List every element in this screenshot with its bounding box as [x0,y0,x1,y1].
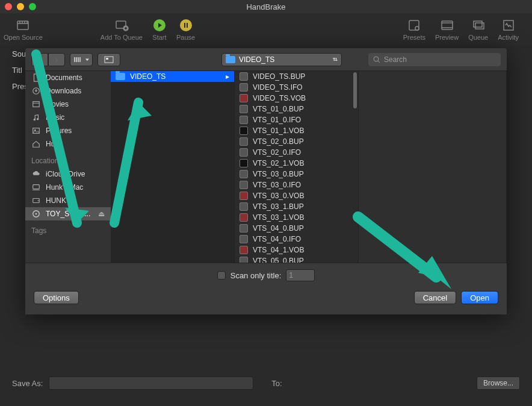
scrollbar[interactable] [353,72,357,108]
svg-point-17 [37,118,39,120]
file-icon [240,192,248,200]
search-icon [373,56,380,63]
file-item[interactable]: VTS_03_1.VOB [235,212,358,223]
sidebar-item[interactable]: Downloads [25,84,111,98]
queue-button[interactable]: Queue [468,18,488,41]
sidebar-item[interactable]: Hunk [25,137,111,151]
cancel-button[interactable]: Cancel [414,291,456,304]
svg-rect-12 [106,58,108,60]
chevron-right-icon: ▸ [226,72,229,81]
start-button[interactable]: Start [152,18,167,41]
file-icon [240,105,248,113]
pause-icon [179,18,193,33]
svg-point-6 [415,27,419,30]
file-icon [240,202,248,211]
file-item[interactable]: VIDEO_TS.VOB [235,93,358,104]
sidebar-icon [31,126,41,135]
pause-button[interactable]: Pause [176,18,195,41]
activity-button[interactable]: Activity [498,18,519,41]
col1-item-selected[interactable]: VIDEO_TS ▸ [111,71,234,82]
file-item[interactable]: VTS_02_0.IFO [235,147,358,158]
to-label: To: [271,379,282,388]
sidebar-icon [31,87,41,95]
scan-only-checkbox[interactable] [217,271,226,280]
presets-button[interactable]: Presets [403,18,425,41]
sidebar-item[interactable]: Pictures [25,124,111,137]
forward-button[interactable]: › [48,53,65,66]
column-2: VIDEO_TS.BUPVIDEO_TS.IFOVIDEO_TS.VOBVTS_… [235,71,359,263]
dialog-toolbar: ‹ › ▾ VIDEO_TS ⇅ Search [25,48,507,70]
file-item[interactable]: VIDEO_TS.BUP [235,71,358,82]
saveas-field[interactable] [49,376,253,390]
queue-add-icon [114,18,129,33]
file-icon [240,257,248,263]
file-item[interactable]: VTS_03_0.BUP [235,169,358,180]
file-icon [240,224,248,233]
eject-icon[interactable]: ⏏ [98,210,105,218]
preview-icon [440,18,454,33]
file-item[interactable]: VTS_05_0.BUP [235,255,358,263]
svg-rect-18 [33,128,40,134]
group-button[interactable] [97,53,120,66]
main-toolbar: Open Source Add To Queue Start Pause Pre… [0,13,532,46]
open-button[interactable]: Open [461,291,498,304]
sidebar-icon [31,100,41,108]
sidebar-item-location[interactable]: HUNK [25,194,111,207]
chevron-updown-icon: ⇅ [332,57,338,62]
file-item[interactable]: VTS_01_0.BUP [235,104,358,114]
svg-rect-10 [504,20,513,30]
file-item[interactable]: VTS_03_1.BUP [235,201,358,212]
activity-icon [501,18,516,33]
file-item[interactable]: VTS_03_0.VOB [235,190,358,201]
file-item[interactable]: VTS_01_1.VOB [235,125,358,136]
browse-button[interactable]: Browse... [477,376,520,390]
sidebar-item-location[interactable]: iCloud Drive [25,167,111,181]
file-icon [240,181,248,189]
file-item[interactable]: VTS_02_1.VOB [235,158,358,169]
sidebar: DocumentsDownloadsMoviesMusicPicturesHun… [25,71,111,263]
dialog-bottom: Scan only title: Options Cancel Open [25,263,507,314]
open-dialog: ‹ › ▾ VIDEO_TS ⇅ Search DocumentsDownloa… [25,48,507,314]
sidebar-icon [31,73,41,82]
sidebar-item[interactable]: Movies [25,98,111,111]
path-selector[interactable]: VIDEO_TS ⇅ [221,53,342,66]
file-item[interactable]: VIDEO_TS.IFO [235,82,358,93]
file-icon [240,94,248,102]
sidebar-item-selected[interactable]: TOY_STOR... ⏏ [25,207,111,220]
open-source-button[interactable]: Open Source [4,18,43,41]
scan-only-field[interactable] [286,269,315,281]
view-mode-button[interactable]: ▾ [70,53,93,66]
sidebar-item[interactable]: Music [25,111,111,124]
svg-rect-9 [475,23,484,29]
add-to-queue-button[interactable]: Add To Queue [101,18,143,41]
folder-icon [116,73,125,80]
back-button[interactable]: ‹ [31,53,48,66]
window-titlebar: HandBrake [0,0,532,13]
file-icon [240,126,248,135]
file-icon [240,246,248,254]
file-item[interactable]: VTS_04_0.BUP [235,223,358,234]
film-icon [16,18,30,33]
sidebar-item[interactable]: Documents [25,71,111,84]
file-item[interactable]: VTS_03_0.IFO [235,180,358,190]
bottom-row: Save As: To: Browse... [12,372,520,394]
file-item[interactable]: VTS_04_0.IFO [235,234,358,245]
file-icon [240,170,248,178]
svg-point-13 [374,57,379,61]
preview-button[interactable]: Preview [435,18,459,41]
sidebar-item-location[interactable]: Hunk's Mac [25,181,111,194]
search-input[interactable]: Search [368,53,501,66]
group-icon [104,56,114,63]
columns-icon [73,56,85,63]
sidebar-icon [31,140,41,148]
file-item[interactable]: VTS_01_0.IFO [235,114,358,125]
queue-icon [471,18,486,33]
svg-point-4 [180,19,192,31]
file-item[interactable]: VTS_04_1.VOB [235,245,358,255]
file-icon [240,72,248,81]
options-button[interactable]: Options [34,291,79,304]
svg-point-24 [36,213,37,215]
file-item[interactable]: VTS_02_0.BUP [235,136,358,147]
folder-icon [226,56,235,63]
column-3 [359,71,507,263]
